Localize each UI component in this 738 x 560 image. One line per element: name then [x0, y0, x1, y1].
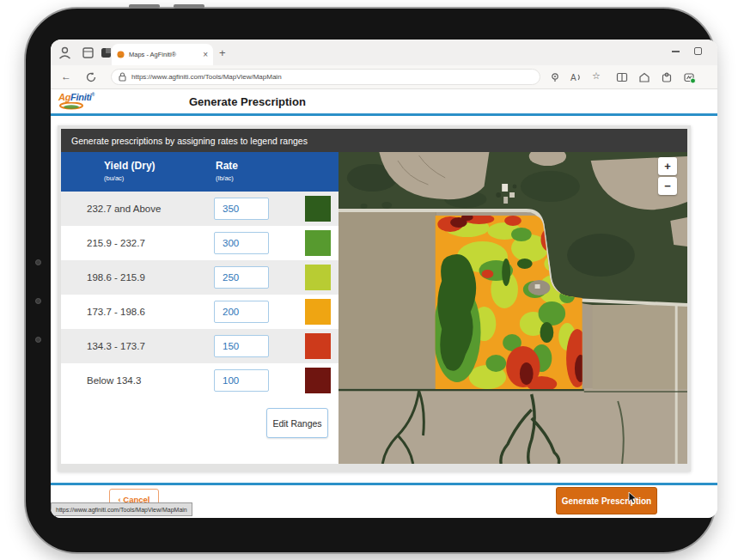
yield-range-label: 134.3 - 173.7	[87, 341, 145, 351]
header-divider	[51, 113, 717, 116]
rate-column-label: Rate	[216, 160, 238, 172]
tab-title: Maps - AgFiniti®	[129, 51, 198, 58]
rate-input[interactable]	[214, 232, 269, 254]
volume-button	[174, 4, 204, 9]
restore-icon[interactable]	[694, 47, 702, 55]
generate-prescription-button[interactable]: Generate Prescription	[556, 487, 657, 514]
location-icon[interactable]	[549, 71, 561, 83]
split-screen-icon[interactable]	[616, 71, 628, 83]
side-sensor-dot	[35, 298, 41, 304]
yield-range-label: 232.7 and Above	[87, 204, 161, 214]
legend-color-swatch	[305, 299, 331, 325]
agfiniti-favicon	[117, 51, 125, 58]
read-aloud-icon[interactable]: A	[570, 71, 582, 83]
map-panel[interactable]: + −	[339, 152, 687, 464]
rate-table-row: 173.7 - 198.6	[61, 295, 339, 329]
profile-icon[interactable]	[58, 46, 72, 60]
rate-input[interactable]	[214, 335, 269, 357]
legend-color-swatch	[305, 196, 331, 222]
url-field[interactable]: https://www.agfiniti.com/Tools/MapView/M…	[111, 69, 540, 85]
yield-range-label: Below 134.3	[87, 375, 141, 386]
rate-input[interactable]	[214, 266, 269, 289]
legend-color-swatch	[305, 265, 331, 290]
favorite-star-icon[interactable]: ☆	[592, 70, 601, 82]
legend-color-swatch	[305, 368, 331, 393]
svg-text:A: A	[570, 73, 576, 82]
rate-input[interactable]	[214, 198, 269, 220]
stage: Maps - AgFiniti® × + ←	[0, 0, 738, 560]
zoom-out-button[interactable]: −	[658, 177, 677, 195]
rate-table-row: 198.6 - 215.9	[61, 260, 339, 295]
browser-essentials-icon[interactable]	[683, 71, 695, 83]
url-text: https://www.agfiniti.com/Tools/MapView/M…	[131, 73, 282, 81]
refresh-icon[interactable]	[85, 71, 97, 83]
yield-column-unit: (bu/ac)	[104, 174, 124, 182]
rate-rows: 232.7 and Above 215.9 - 232.7 198.6 - 21…	[61, 192, 339, 398]
instruction-banner: Generate prescriptions by assigning rate…	[61, 129, 687, 152]
side-sensor-dot	[35, 259, 41, 265]
yield-column-label: Yield (Dry)	[104, 160, 156, 172]
browser-window: Maps - AgFiniti® × + ←	[51, 40, 717, 518]
rate-input[interactable]	[214, 301, 269, 323]
agfiniti-logo[interactable]: AgFiniti®	[58, 92, 95, 102]
yield-range-label: 215.9 - 232.7	[87, 238, 145, 248]
tab-close-icon[interactable]: ×	[203, 50, 208, 59]
minimize-icon[interactable]	[672, 51, 680, 52]
rates-panel: Yield (Dry) (bu/ac) Rate (lb/ac) 232.7 a…	[61, 152, 339, 464]
rate-input[interactable]	[214, 369, 269, 392]
browser-tab[interactable]: Maps - AgFiniti® ×	[112, 44, 213, 65]
page-title: Generate Prescription	[189, 95, 306, 108]
browser-tab-strip: Maps - AgFiniti® × +	[51, 40, 717, 65]
back-icon[interactable]: ←	[61, 70, 71, 82]
favorites-hub-icon[interactable]	[638, 71, 650, 83]
rate-table-row: 215.9 - 232.7	[61, 226, 339, 260]
map-zoom-controls: + −	[658, 157, 677, 195]
volume-button	[129, 4, 160, 9]
legend-color-swatch	[305, 333, 331, 359]
app-header: AgFiniti® Generate Prescription	[51, 89, 717, 113]
rate-table-row: Below 134.3	[61, 363, 339, 398]
extensions-icon[interactable]	[661, 71, 673, 83]
yield-range-label: 198.6 - 215.9	[87, 272, 145, 283]
workspaces-icon[interactable]	[81, 46, 95, 60]
edit-ranges-button[interactable]: Edit Ranges	[266, 408, 328, 438]
rate-table-row: 232.7 and Above	[61, 192, 339, 226]
edit-ranges-area: Edit Ranges	[61, 398, 339, 464]
status-url-tooltip: https://www.agfiniti.com/Tools/MapView/M…	[51, 502, 192, 516]
satellite-map	[339, 152, 687, 464]
new-tab-button[interactable]: +	[219, 46, 226, 59]
rate-column-unit: (lb/ac)	[216, 174, 234, 182]
table-header: Yield (Dry) (bu/ac) Rate (lb/ac)	[61, 152, 339, 192]
legend-color-swatch	[305, 230, 331, 256]
prescription-card: Generate prescriptions by assigning rate…	[58, 125, 691, 472]
tablet-device-frame: Maps - AgFiniti® × + ←	[24, 7, 717, 554]
browser-address-bar: ← https://www.agfiniti.com/Tools/MapView…	[51, 65, 717, 89]
logo-swoosh-icon	[58, 102, 97, 111]
zoom-in-button[interactable]: +	[658, 157, 677, 175]
side-sensor-dot	[35, 337, 41, 343]
yield-range-label: 173.7 - 198.6	[87, 307, 145, 317]
tune-icon	[119, 72, 126, 82]
rate-table-row: 134.3 - 173.7	[61, 329, 339, 363]
